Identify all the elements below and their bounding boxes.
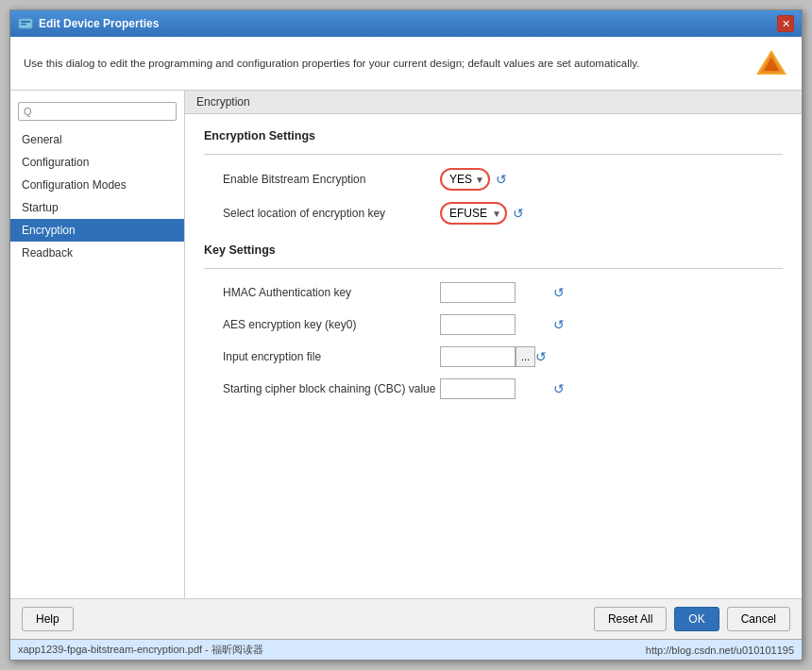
sidebar-item-general[interactable]: General — [10, 128, 184, 151]
select-location-label: Select location of encryption key — [223, 207, 440, 220]
main-panel: Encryption Encryption Settings Enable Bi… — [185, 91, 802, 598]
statusbar: xapp1239-fpga-bitstream-encryption.pdf -… — [10, 639, 802, 660]
search-icon: Q — [24, 106, 32, 117]
dialog: Edit Device Properties ✕ Use this dialog… — [9, 9, 803, 661]
enable-bitstream-label: Enable Bitstream Encryption — [223, 173, 440, 186]
hmac-row: HMAC Authentication key ↺ — [204, 282, 783, 303]
content-area: Q General Configuration Configuration Mo… — [10, 91, 802, 598]
enable-bitstream-reset-icon[interactable]: ↺ — [496, 172, 507, 187]
key-settings-section: Key Settings HMAC Authentication key ↺ A… — [204, 243, 783, 399]
enable-bitstream-select[interactable]: YES NO — [446, 172, 486, 187]
encryption-divider — [204, 154, 783, 155]
select-location-control: EFUSE BBRAM ▼ ↺ — [440, 202, 524, 225]
statusbar-left-text: xapp1239-fpga-bitstream-encryption.pdf -… — [18, 643, 263, 657]
close-button[interactable]: ✕ — [777, 15, 794, 32]
aes-input[interactable] — [440, 314, 516, 335]
select-location-select[interactable]: EFUSE BBRAM — [446, 206, 503, 221]
svg-rect-2 — [21, 24, 26, 25]
aes-reset-icon[interactable]: ↺ — [553, 317, 565, 332]
header-area: Use this dialog to edit the programming … — [10, 37, 802, 91]
select-location-reset-icon[interactable]: ↺ — [513, 206, 524, 221]
title-bar-left: Edit Device Properties — [18, 16, 159, 31]
aes-row: AES encryption key (key0) ↺ — [204, 314, 783, 335]
footer-left: Help — [22, 607, 74, 631]
select-location-row: Select location of encryption key EFUSE … — [204, 202, 783, 225]
cancel-button[interactable]: Cancel — [727, 607, 790, 631]
header-description: Use this dialog to edit the programming … — [24, 58, 754, 69]
input-file-label: Input encryption file — [223, 350, 440, 363]
cbc-row: Starting cipher block chaining (CBC) val… — [204, 378, 783, 399]
key-settings-title: Key Settings — [204, 243, 783, 257]
hmac-reset-icon[interactable]: ↺ — [553, 285, 565, 300]
input-file-row: Input encryption file ... ↺ — [204, 346, 783, 367]
xilinx-logo — [754, 46, 788, 80]
sidebar-item-startup[interactable]: Startup — [10, 196, 184, 219]
sidebar-item-configuration[interactable]: Configuration — [10, 151, 184, 174]
statusbar-right-text: http://blog.csdn.net/u010101195 — [646, 645, 794, 656]
hmac-label: HMAC Authentication key — [223, 286, 440, 299]
svg-rect-1 — [21, 21, 30, 23]
enable-bitstream-control: YES NO ▼ ↺ — [440, 168, 507, 191]
title-text: Edit Device Properties — [39, 17, 159, 30]
sidebar-item-encryption[interactable]: Encryption — [10, 219, 184, 242]
enable-bitstream-dropdown-outline: YES NO ▼ — [440, 168, 490, 191]
key-settings-divider — [204, 268, 783, 269]
footer-area: Help Reset All OK Cancel — [10, 598, 802, 639]
title-bar: Edit Device Properties ✕ — [10, 10, 802, 37]
input-file-reset-icon[interactable]: ↺ — [535, 349, 547, 364]
search-input[interactable] — [35, 106, 171, 117]
sidebar-item-configuration-modes[interactable]: Configuration Modes — [10, 174, 184, 196]
search-box[interactable]: Q — [18, 102, 177, 121]
ok-button[interactable]: OK — [674, 607, 719, 631]
help-button[interactable]: Help — [22, 607, 74, 631]
cbc-reset-icon[interactable]: ↺ — [553, 381, 565, 396]
select-location-dropdown-outline: EFUSE BBRAM ▼ — [440, 202, 507, 225]
panel-header: Encryption — [185, 91, 802, 114]
sidebar: Q General Configuration Configuration Mo… — [10, 91, 185, 598]
enable-bitstream-row: Enable Bitstream Encryption YES NO ▼ ↺ — [204, 168, 783, 191]
cbc-label: Starting cipher block chaining (CBC) val… — [223, 382, 440, 395]
footer-right: Reset All OK Cancel — [594, 607, 790, 631]
sidebar-item-readback[interactable]: Readback — [10, 242, 184, 264]
hmac-input[interactable] — [440, 282, 516, 303]
reset-all-button[interactable]: Reset All — [594, 607, 667, 631]
panel-content: Encryption Settings Enable Bitstream Enc… — [185, 114, 802, 598]
input-file-input[interactable] — [440, 346, 516, 367]
cbc-input[interactable] — [440, 378, 516, 399]
dialog-icon — [18, 16, 33, 31]
encryption-settings-title: Encryption Settings — [204, 129, 783, 142]
aes-label: AES encryption key (key0) — [223, 318, 440, 331]
browse-button[interactable]: ... — [516, 346, 535, 367]
